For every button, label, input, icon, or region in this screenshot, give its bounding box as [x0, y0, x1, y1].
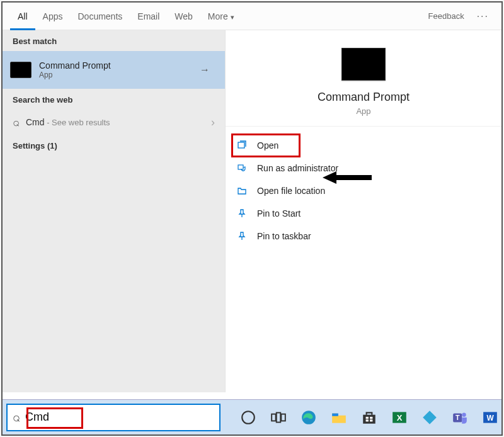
best-match-result[interactable]: Command Prompt App → [3, 51, 225, 89]
svg-rect-13 [366, 419, 369, 421]
search-icon [13, 116, 26, 129]
feedback-link[interactable]: Feedback [421, 11, 472, 21]
svg-rect-0 [238, 142, 244, 148]
action-open[interactable]: Open [232, 134, 300, 157]
search-web-result[interactable]: Cmd - See web results › [3, 110, 225, 135]
teams-icon[interactable]: T [451, 409, 469, 426]
best-match-heading: Best match [3, 30, 225, 51]
svg-rect-6 [277, 412, 281, 422]
action-pin-to-taskbar[interactable]: Pin to taskbar [226, 225, 501, 247]
excel-icon[interactable]: X [391, 409, 408, 426]
svg-point-18 [462, 412, 466, 417]
action-pin-to-start[interactable]: Pin to Start [226, 202, 501, 225]
file-explorer-icon[interactable] [330, 409, 348, 426]
search-input[interactable] [25, 411, 214, 424]
taskbar: X T W [3, 399, 501, 434]
svg-rect-12 [370, 416, 372, 418]
action-label: Pin to Start [257, 208, 301, 219]
more-menu-button[interactable]: ··· [472, 11, 494, 22]
pin-icon [236, 207, 248, 220]
cortana-icon[interactable] [239, 409, 257, 426]
svg-point-4 [242, 411, 255, 424]
svg-text:T: T [455, 414, 460, 421]
word-icon[interactable]: W [481, 409, 499, 426]
svg-marker-2 [323, 171, 372, 184]
command-prompt-icon [341, 48, 386, 81]
settings-heading[interactable]: Settings (1) [3, 135, 225, 156]
result-title: Command Prompt [39, 60, 192, 71]
svg-rect-10 [363, 414, 375, 423]
tab-documents[interactable]: Documents [70, 3, 130, 30]
svg-text:X: X [397, 413, 403, 423]
kodi-icon[interactable] [421, 409, 438, 426]
search-box[interactable] [6, 404, 220, 431]
microsoft-store-icon[interactable] [360, 409, 378, 426]
admin-shield-icon [236, 162, 248, 174]
search-web-heading: Search the web [3, 89, 225, 110]
results-pane: Best match Command Prompt App → Search t… [3, 30, 226, 392]
svg-rect-7 [281, 414, 285, 421]
tab-all[interactable]: All [10, 3, 35, 30]
annotation-arrow [323, 169, 373, 186]
svg-rect-14 [370, 419, 372, 421]
chevron-down-icon: ▾ [231, 13, 234, 21]
result-subtitle: App [39, 71, 192, 79]
details-subtitle: App [226, 106, 501, 116]
filter-tabs: All Apps Documents Email Web More▾ Feedb… [3, 3, 501, 30]
chevron-right-icon: › [211, 116, 215, 129]
svg-rect-11 [366, 416, 369, 418]
tab-more[interactable]: More▾ [200, 3, 242, 30]
search-icon [13, 410, 20, 424]
svg-rect-5 [272, 414, 276, 421]
svg-text:W: W [486, 414, 494, 423]
action-label: Open [257, 140, 278, 150]
web-result-text: Cmd - See web results [26, 117, 211, 127]
tab-apps[interactable]: Apps [35, 3, 71, 30]
svg-rect-9 [332, 413, 338, 416]
open-icon [236, 139, 248, 152]
details-title: Command Prompt [226, 91, 501, 104]
action-label: Pin to taskbar [257, 231, 311, 241]
action-label: Open file location [257, 186, 325, 196]
tab-web[interactable]: Web [167, 3, 200, 30]
actions-list: Open Run as administrator Open file loca… [226, 127, 501, 255]
svg-rect-1 [238, 165, 243, 169]
details-pane: Command Prompt App Open Run as administr… [226, 30, 501, 392]
command-prompt-icon [10, 62, 32, 78]
pin-icon [236, 230, 248, 242]
arrow-right-icon[interactable]: → [192, 64, 217, 76]
folder-icon [236, 184, 248, 197]
task-view-icon[interactable] [270, 409, 287, 426]
tab-email[interactable]: Email [130, 3, 167, 30]
edge-icon[interactable] [300, 409, 318, 426]
taskbar-icons: X T W [239, 409, 499, 426]
